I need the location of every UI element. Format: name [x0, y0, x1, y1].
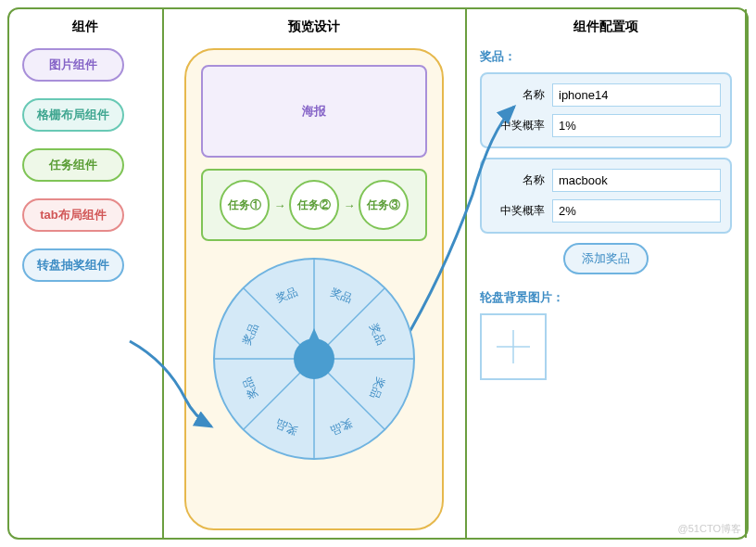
panel-title: 组件配置项 — [480, 19, 732, 35]
arrow-icon: → — [273, 198, 285, 212]
components-panel: 组件 图片组件 格栅布局组件 任务组件 tab布局组件 转盘抽奖组件 — [9, 9, 164, 538]
tasks-block[interactable]: 任务①→ 任务②→ 任务③ — [201, 169, 427, 241]
task-circle: 任务② — [289, 180, 339, 230]
arrow-icon: → — [343, 198, 355, 212]
wheel-block[interactable]: 奖品奖品 奖品奖品 奖品奖品 奖品奖品 — [208, 252, 421, 465]
component-wheel[interactable]: 转盘抽奖组件 — [22, 248, 124, 282]
panel-title: 组件 — [22, 19, 149, 35]
component-task[interactable]: 任务组件 — [22, 148, 124, 182]
prizes-label: 奖品： — [480, 48, 732, 65]
field-label: 中奖概率 — [491, 118, 545, 134]
component-tab[interactable]: tab布局组件 — [22, 198, 124, 232]
poster-block[interactable]: 海报 — [201, 65, 427, 158]
prize-item: 名称 中奖概率 — [480, 72, 732, 148]
add-prize-button[interactable]: 添加奖品 — [563, 243, 649, 274]
panel-title: 预览设计 — [177, 19, 452, 35]
prize-item: 名称 中奖概率 — [480, 158, 732, 234]
watermark: @51CTO博客 — [678, 522, 741, 536]
bg-image-label: 轮盘背景图片： — [480, 289, 732, 306]
prize-prob-input[interactable] — [552, 114, 721, 137]
field-label: 中奖概率 — [491, 203, 545, 219]
upload-image-button[interactable] — [480, 313, 547, 380]
task-circle: 任务③ — [359, 180, 409, 230]
field-label: 名称 — [491, 172, 545, 188]
preview-panel: 预览设计 海报 任务①→ 任务②→ 任务③ 奖品奖品 奖品奖品 奖品奖品 奖品奖… — [164, 9, 467, 538]
prize-name-input[interactable] — [552, 169, 721, 192]
prize-prob-input[interactable] — [552, 199, 721, 223]
field-label: 名称 — [491, 87, 545, 103]
config-panel: 组件配置项 奖品： 名称 中奖概率 名称 中奖概率 添加奖品 轮盘背景图片： — [467, 9, 747, 538]
component-grid[interactable]: 格栅布局组件 — [22, 98, 124, 132]
layout-container: 组件 图片组件 格栅布局组件 任务组件 tab布局组件 转盘抽奖组件 预览设计 … — [7, 7, 749, 540]
phone-frame: 海报 任务①→ 任务②→ 任务③ 奖品奖品 奖品奖品 奖品奖品 奖品奖品 — [184, 48, 444, 530]
prize-name-input[interactable] — [552, 83, 721, 107]
plus-icon — [495, 328, 532, 365]
task-circle: 任务① — [220, 180, 270, 230]
component-image[interactable]: 图片组件 — [22, 48, 124, 82]
